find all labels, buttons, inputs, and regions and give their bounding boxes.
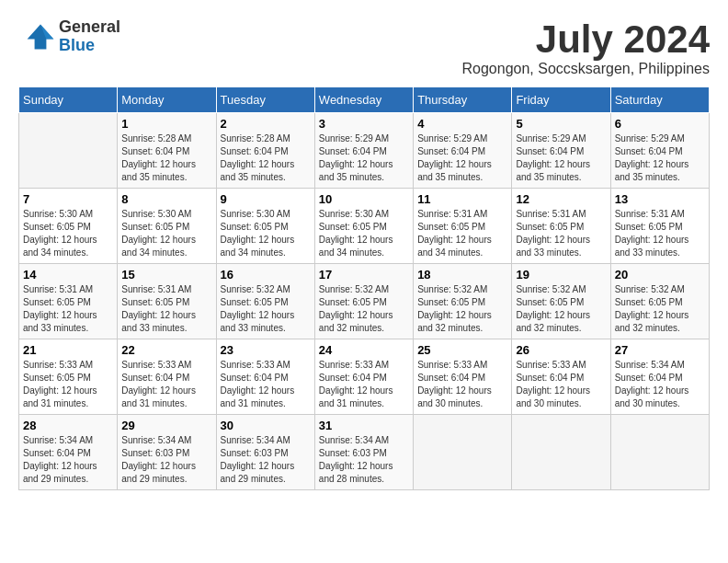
day-number: 17 — [319, 268, 409, 282]
day-number: 23 — [221, 343, 311, 357]
day-info: Sunrise: 5:33 AMSunset: 6:04 PMDaylight:… — [516, 359, 606, 410]
day-number: 14 — [23, 268, 113, 282]
day-cell: 30Sunrise: 5:34 AMSunset: 6:03 PMDayligh… — [216, 415, 314, 490]
day-info: Sunrise: 5:34 AMSunset: 6:03 PMDaylight:… — [121, 434, 211, 486]
day-number: 25 — [417, 343, 507, 357]
day-info: Sunrise: 5:29 AMSunset: 6:04 PMDaylight:… — [417, 132, 507, 184]
page-header: General Blue July 2024 Rogongon, Soccsks… — [18, 18, 710, 77]
day-number: 7 — [23, 192, 113, 206]
day-info: Sunrise: 5:29 AMSunset: 6:04 PMDaylight:… — [516, 132, 606, 184]
month-title: July 2024 — [462, 18, 711, 61]
day-number: 31 — [319, 419, 409, 432]
day-info: Sunrise: 5:31 AMSunset: 6:05 PMDaylight:… — [23, 283, 113, 335]
day-cell: 12Sunrise: 5:31 AMSunset: 6:05 PMDayligh… — [512, 189, 610, 264]
day-cell: 26Sunrise: 5:33 AMSunset: 6:04 PMDayligh… — [512, 339, 610, 415]
day-number: 11 — [417, 192, 507, 206]
day-number: 28 — [23, 419, 113, 432]
day-cell: 29Sunrise: 5:34 AMSunset: 6:03 PMDayligh… — [118, 415, 216, 490]
day-info: Sunrise: 5:32 AMSunset: 6:05 PMDaylight:… — [319, 283, 409, 335]
logo: General Blue — [18, 18, 120, 55]
week-row-3: 14Sunrise: 5:31 AMSunset: 6:05 PMDayligh… — [19, 264, 710, 339]
day-cell: 25Sunrise: 5:33 AMSunset: 6:04 PMDayligh… — [414, 339, 512, 415]
day-info: Sunrise: 5:31 AMSunset: 6:05 PMDaylight:… — [417, 208, 507, 259]
day-cell: 9Sunrise: 5:30 AMSunset: 6:05 PMDaylight… — [216, 189, 314, 264]
day-cell: 24Sunrise: 5:33 AMSunset: 6:04 PMDayligh… — [314, 339, 413, 415]
day-cell: 22Sunrise: 5:33 AMSunset: 6:04 PMDayligh… — [118, 339, 216, 415]
day-info: Sunrise: 5:30 AMSunset: 6:05 PMDaylight:… — [121, 208, 211, 259]
day-cell: 13Sunrise: 5:31 AMSunset: 6:05 PMDayligh… — [610, 189, 709, 264]
day-info: Sunrise: 5:30 AMSunset: 6:05 PMDaylight:… — [23, 208, 113, 259]
week-row-2: 7Sunrise: 5:30 AMSunset: 6:05 PMDaylight… — [19, 189, 710, 264]
day-info: Sunrise: 5:32 AMSunset: 6:05 PMDaylight:… — [417, 283, 507, 335]
day-number: 5 — [516, 117, 606, 131]
day-cell: 20Sunrise: 5:32 AMSunset: 6:05 PMDayligh… — [610, 264, 709, 339]
day-number: 2 — [221, 117, 311, 131]
day-number: 30 — [221, 419, 311, 432]
day-info: Sunrise: 5:34 AMSunset: 6:04 PMDaylight:… — [615, 359, 705, 410]
weekday-friday: Friday — [512, 87, 610, 113]
day-cell: 4Sunrise: 5:29 AMSunset: 6:04 PMDaylight… — [414, 113, 512, 189]
weekday-sunday: Sunday — [19, 87, 118, 113]
title-block: July 2024 Rogongon, Soccsksargen, Philip… — [462, 18, 711, 77]
day-info: Sunrise: 5:33 AMSunset: 6:04 PMDaylight:… — [319, 359, 409, 410]
day-number: 29 — [121, 419, 211, 432]
logo-general: General — [59, 18, 120, 37]
day-cell: 28Sunrise: 5:34 AMSunset: 6:04 PMDayligh… — [19, 415, 118, 490]
day-cell: 27Sunrise: 5:34 AMSunset: 6:04 PMDayligh… — [610, 339, 709, 415]
day-info: Sunrise: 5:29 AMSunset: 6:04 PMDaylight:… — [615, 132, 705, 184]
day-number: 15 — [121, 268, 211, 282]
day-cell — [414, 415, 512, 490]
day-cell: 2Sunrise: 5:28 AMSunset: 6:04 PMDaylight… — [216, 113, 314, 189]
day-cell: 18Sunrise: 5:32 AMSunset: 6:05 PMDayligh… — [414, 264, 512, 339]
day-number: 9 — [221, 192, 311, 206]
day-cell: 3Sunrise: 5:29 AMSunset: 6:04 PMDaylight… — [314, 113, 413, 189]
weekday-wednesday: Wednesday — [314, 87, 413, 113]
day-number: 26 — [516, 343, 606, 357]
day-cell: 1Sunrise: 5:28 AMSunset: 6:04 PMDaylight… — [118, 113, 216, 189]
day-cell: 6Sunrise: 5:29 AMSunset: 6:04 PMDaylight… — [610, 113, 709, 189]
weekday-header-row: SundayMondayTuesdayWednesdayThursdayFrid… — [19, 87, 710, 113]
day-cell — [19, 113, 118, 189]
day-number: 3 — [319, 117, 409, 131]
day-number: 21 — [23, 343, 113, 357]
day-number: 12 — [516, 192, 606, 206]
day-info: Sunrise: 5:34 AMSunset: 6:03 PMDaylight:… — [319, 434, 409, 486]
day-cell: 17Sunrise: 5:32 AMSunset: 6:05 PMDayligh… — [314, 264, 413, 339]
day-number: 1 — [121, 117, 211, 131]
day-number: 10 — [319, 192, 409, 206]
logo-blue: Blue — [59, 37, 120, 55]
day-info: Sunrise: 5:34 AMSunset: 6:03 PMDaylight:… — [221, 434, 311, 486]
day-cell: 8Sunrise: 5:30 AMSunset: 6:05 PMDaylight… — [118, 189, 216, 264]
day-cell — [610, 415, 709, 490]
day-cell: 31Sunrise: 5:34 AMSunset: 6:03 PMDayligh… — [314, 415, 413, 490]
day-info: Sunrise: 5:30 AMSunset: 6:05 PMDaylight:… — [319, 208, 409, 259]
day-info: Sunrise: 5:31 AMSunset: 6:05 PMDaylight:… — [516, 208, 606, 259]
logo-text: General Blue — [59, 18, 120, 55]
weekday-tuesday: Tuesday — [216, 87, 314, 113]
weekday-saturday: Saturday — [610, 87, 709, 113]
day-cell: 19Sunrise: 5:32 AMSunset: 6:05 PMDayligh… — [512, 264, 610, 339]
day-number: 16 — [221, 268, 311, 282]
day-info: Sunrise: 5:29 AMSunset: 6:04 PMDaylight:… — [319, 132, 409, 184]
day-number: 6 — [615, 117, 705, 131]
weekday-monday: Monday — [118, 87, 216, 113]
day-cell: 16Sunrise: 5:32 AMSunset: 6:05 PMDayligh… — [216, 264, 314, 339]
day-info: Sunrise: 5:32 AMSunset: 6:05 PMDaylight:… — [615, 283, 705, 335]
day-cell: 15Sunrise: 5:31 AMSunset: 6:05 PMDayligh… — [118, 264, 216, 339]
day-cell: 21Sunrise: 5:33 AMSunset: 6:05 PMDayligh… — [19, 339, 118, 415]
day-number: 4 — [417, 117, 507, 131]
day-info: Sunrise: 5:33 AMSunset: 6:05 PMDaylight:… — [23, 359, 113, 410]
weekday-thursday: Thursday — [414, 87, 512, 113]
day-number: 18 — [417, 268, 507, 282]
day-cell: 14Sunrise: 5:31 AMSunset: 6:05 PMDayligh… — [19, 264, 118, 339]
day-info: Sunrise: 5:32 AMSunset: 6:05 PMDaylight:… — [221, 283, 311, 335]
day-number: 19 — [516, 268, 606, 282]
day-info: Sunrise: 5:33 AMSunset: 6:04 PMDaylight:… — [221, 359, 311, 410]
day-cell: 5Sunrise: 5:29 AMSunset: 6:04 PMDaylight… — [512, 113, 610, 189]
calendar-table: SundayMondayTuesdayWednesdayThursdayFrid… — [18, 86, 710, 490]
day-info: Sunrise: 5:30 AMSunset: 6:05 PMDaylight:… — [221, 208, 311, 259]
day-number: 27 — [615, 343, 705, 357]
day-cell: 23Sunrise: 5:33 AMSunset: 6:04 PMDayligh… — [216, 339, 314, 415]
day-number: 20 — [615, 268, 705, 282]
day-info: Sunrise: 5:33 AMSunset: 6:04 PMDaylight:… — [417, 359, 507, 410]
